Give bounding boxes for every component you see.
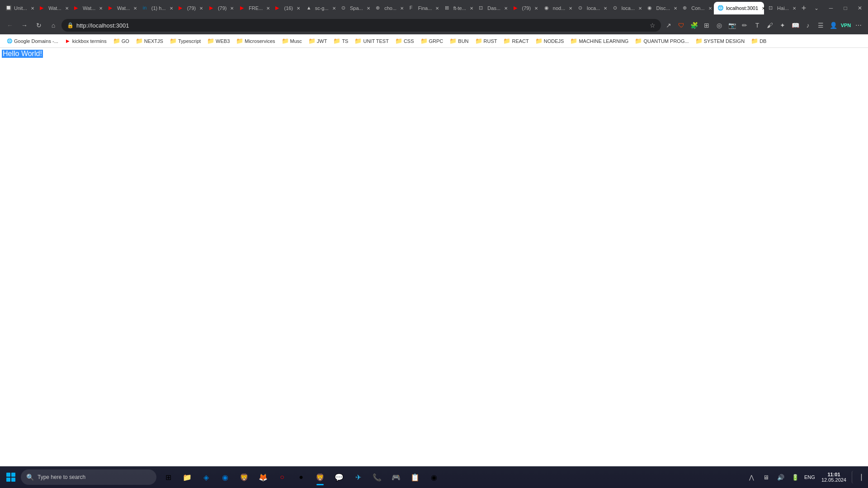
tab-close-13[interactable]: ✕ (434, 5, 440, 11)
bookmark-go[interactable]: 📁 GO (110, 36, 132, 47)
start-button[interactable] (2, 468, 20, 486)
show-desktop-button[interactable]: ▕ (852, 471, 864, 483)
reader-icon[interactable]: 📖 (789, 19, 801, 31)
taskbar-app-file-explorer[interactable]: 📁 (178, 468, 196, 486)
tab-close-15[interactable]: ✕ (503, 5, 509, 11)
tab-close-12[interactable]: ✕ (399, 5, 405, 11)
tab-close-3[interactable]: ✕ (98, 5, 104, 11)
reload-button[interactable]: ↻ (33, 19, 45, 32)
tab-close-17[interactable]: ✕ (567, 5, 574, 11)
tab-4[interactable]: ▶ Wat... ✕ (105, 2, 138, 14)
tab-9[interactable]: ▶ (16) ✕ (272, 2, 302, 14)
taskbar-app-telegram[interactable]: ✈ (349, 468, 367, 486)
forward-button[interactable]: → (18, 19, 31, 32)
tab-close-21[interactable]: ✕ (707, 5, 713, 11)
tab-19[interactable]: ⊙ loca... ✕ (609, 2, 643, 14)
screenshot-icon[interactable]: 📷 (726, 19, 738, 31)
bookmark-ts[interactable]: 📁 TS (330, 36, 351, 47)
tab-8[interactable]: ▶ FRE... ✕ (236, 2, 271, 14)
hello-world-text[interactable]: Hello World! (2, 50, 43, 58)
taskbar-app-discord[interactable]: 🎮 (387, 468, 405, 486)
tab-12[interactable]: ⊕ cho... ✕ (372, 2, 405, 14)
tab-21[interactable]: ⊕ Con... ✕ (679, 2, 713, 14)
bookmark-bun[interactable]: 📁 BUN (447, 36, 471, 47)
tab-close-14[interactable]: ✕ (468, 5, 475, 11)
bookmark-machine-learning[interactable]: 📁 MACHINE LEARNING (567, 36, 631, 47)
tab-5[interactable]: in (1) h... ✕ (139, 2, 174, 14)
tab-7[interactable]: ▶ (79) ✕ (206, 2, 236, 14)
maximize-button[interactable]: □ (839, 2, 852, 14)
volume-icon[interactable]: 🔊 (774, 471, 787, 483)
tab-close-23[interactable]: ✕ (791, 5, 797, 11)
tab-close-11[interactable]: ✕ (365, 5, 372, 11)
tab-close-8[interactable]: ✕ (265, 5, 271, 11)
tab-3[interactable]: ▶ Wat... ✕ (71, 2, 104, 14)
menu-icon[interactable]: ⋯ (853, 19, 864, 31)
close-button[interactable]: ✕ (854, 2, 866, 14)
bookmark-web3[interactable]: 📁 WEB3 (204, 36, 232, 47)
tab-13[interactable]: F Fina... ✕ (406, 2, 440, 14)
taskbar-app-sticky[interactable]: 📋 (406, 468, 424, 486)
bookmark-quantum[interactable]: 📁 QUANTUM PROG... (632, 36, 691, 47)
music-icon[interactable]: ♪ (802, 19, 814, 31)
tab-6[interactable]: ▶ (79) ✕ (175, 2, 205, 14)
bookmark-nextjs[interactable]: 📁 NEXTJS (133, 36, 166, 47)
tab-close-6[interactable]: ✕ (198, 5, 204, 11)
bookmark-css[interactable]: 📁 CSS (392, 36, 417, 47)
taskbar-app-task-view[interactable]: ⊞ (159, 468, 177, 486)
taskbar-app-brave[interactable]: 🦁 (235, 468, 253, 486)
profile-icon[interactable]: 👤 (827, 19, 839, 31)
tab-close-1[interactable]: ✕ (29, 5, 36, 11)
taskbar-app-unknown[interactable]: ◉ (425, 468, 443, 486)
minimize-button[interactable]: ─ (825, 2, 837, 14)
home-button[interactable]: ⌂ (47, 19, 60, 32)
taskbar-app-viber[interactable]: 📞 (368, 468, 386, 486)
taskbar-clock[interactable]: 11:01 12.05.2024 (818, 472, 850, 483)
tab-18[interactable]: ⊙ loca... ✕ (575, 2, 609, 14)
bookmark-grpc[interactable]: 📁 GRPC (418, 36, 446, 47)
bookmark-system-design[interactable]: 📁 SYSTEM DESIGN (693, 36, 747, 47)
tab-list-button[interactable]: ⌄ (810, 2, 823, 14)
star-icon[interactable]: ☆ (650, 22, 656, 29)
paint-icon[interactable]: 🖌 (764, 19, 776, 31)
taskbar-app-edge[interactable]: ◉ (216, 468, 234, 486)
system-tray-chevron[interactable]: ⋀ (745, 471, 758, 483)
bookmark-react[interactable]: 📁 REACT (500, 36, 531, 47)
bookmark-microservices[interactable]: 📁 Microservices (233, 36, 278, 47)
collections-icon[interactable]: ☰ (815, 19, 826, 31)
tab-16[interactable]: ▶ (79) ✕ (510, 2, 540, 14)
bookmark-typescript[interactable]: 📁 Typescript (167, 36, 203, 47)
vpn-icon[interactable]: VPN (840, 19, 852, 31)
tab-11[interactable]: ⊙ Spa... ✕ (338, 2, 371, 14)
edit-icon[interactable]: ✏ (739, 19, 750, 31)
bookmark-rust[interactable]: 📁 RUST (472, 36, 500, 47)
tab-close-20[interactable]: ✕ (672, 5, 679, 11)
back-button[interactable]: ← (4, 19, 16, 32)
tab-close-4[interactable]: ✕ (132, 5, 138, 11)
tab-17[interactable]: ◉ nod... ✕ (541, 2, 574, 14)
network-icon[interactable]: 🖥 (760, 471, 773, 483)
tab-close-9[interactable]: ✕ (295, 5, 302, 11)
taskbar-app-chrome[interactable]: ● (292, 468, 310, 486)
tab-close-19[interactable]: ✕ (637, 5, 643, 11)
tab-22[interactable]: 🌐 localhost:3001 ✕ (714, 2, 764, 14)
bookmark-kickbox[interactable]: ▶ kickbox termins (62, 36, 109, 47)
taskbar-app-whatsapp[interactable]: 💬 (330, 468, 348, 486)
tab-1[interactable]: 🔲 Unit... ✕ (2, 2, 35, 14)
taskbar-app-brave2[interactable]: 🦁 (311, 468, 329, 486)
rewards-icon[interactable]: ◎ (713, 19, 725, 31)
language-indicator[interactable]: ENG (803, 471, 816, 483)
bookmark-jwt[interactable]: 📁 JWT (306, 36, 330, 47)
bookmark-google-domains[interactable]: 🌐 Google Domains -... (4, 36, 61, 47)
taskbar-search[interactable]: 🔍 Type here to search (21, 469, 156, 485)
wallet-icon[interactable]: ⊞ (701, 19, 712, 31)
extensions-icon[interactable]: 🧩 (688, 19, 700, 31)
tab-close-5[interactable]: ✕ (168, 5, 175, 11)
taskbar-app-vscode[interactable]: ◈ (197, 468, 215, 486)
tab-close-16[interactable]: ✕ (533, 5, 539, 11)
tab-2[interactable]: ▶ Wat... ✕ (36, 2, 70, 14)
battery-icon[interactable]: 🔋 (789, 471, 802, 483)
address-bar[interactable]: 🔒 http://localhost:3001 ☆ (61, 19, 661, 32)
new-tab-button[interactable]: + (798, 2, 809, 14)
tab-23[interactable]: ⊡ Hai... ✕ (765, 2, 797, 14)
